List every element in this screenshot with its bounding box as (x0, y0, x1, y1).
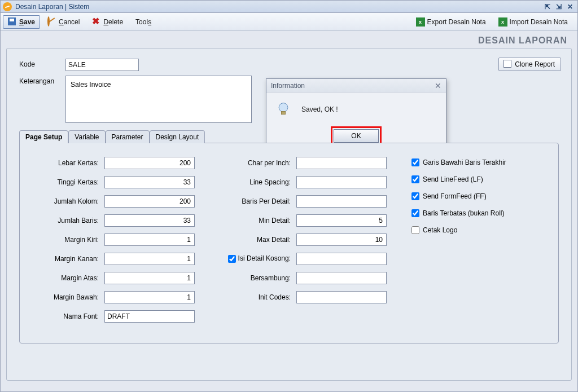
app-icon (3, 2, 12, 11)
dialog-close-icon[interactable]: ✕ (435, 81, 441, 90)
jumlah-baris-input[interactable] (104, 214, 195, 227)
window-maximize-icon[interactable]: ⇲ (554, 2, 564, 11)
clone-icon (505, 61, 511, 68)
jumlah-baris-label: Jumlah Baris: (31, 217, 99, 224)
import-button[interactable]: x Import Desain Nota (493, 15, 573, 29)
lightbulb-icon (275, 102, 291, 117)
window-close-icon[interactable]: ✕ (565, 2, 575, 11)
keterangan-input[interactable]: Sales Invoice (65, 76, 252, 123)
export-label: Export Desain Nota (427, 18, 486, 26)
window-restore-icon[interactable]: ⇱ (542, 2, 553, 11)
page-heading: DESAIN LAPORAN (1, 31, 577, 48)
send-lf-checkbox[interactable] (411, 175, 419, 183)
tab-parameter[interactable]: Parameter (106, 130, 150, 143)
app-window: Desain Laporan | Sistem ⇱ ⇲ ✕ Save Cance… (0, 0, 578, 392)
char-per-inch-input[interactable] (296, 157, 387, 169)
kode-input[interactable] (65, 59, 139, 71)
undo-icon (47, 16, 50, 27)
isi-detail-kosong-input[interactable] (296, 253, 387, 265)
min-detail-input[interactable] (296, 214, 387, 227)
margin-atas-label: Margin Atas: (31, 274, 99, 282)
save-button[interactable]: Save (3, 15, 40, 29)
cancel-button[interactable]: Cancel (42, 15, 85, 29)
init-codes-input[interactable] (296, 291, 387, 303)
max-detail-input[interactable] (296, 234, 387, 246)
nama-font-input[interactable] (104, 310, 195, 323)
margin-kanan-input[interactable] (104, 253, 195, 265)
lebar-kertas-input[interactable] (104, 157, 195, 169)
keterangan-label: Keterangan (19, 76, 65, 85)
baris-per-detail-input[interactable] (296, 195, 387, 208)
export-button[interactable]: x Export Desain Nota (411, 15, 491, 29)
tab-page-setup[interactable]: Page Setup (19, 130, 68, 143)
tab-body-page-setup: Lebar Kertas: Tinggi Kertas: Jumlah Kolo… (19, 143, 559, 343)
import-label: Import Desain Nota (510, 18, 568, 26)
margin-kiri-label: Margin Kiri: (31, 236, 99, 244)
bersambung-input[interactable] (296, 272, 387, 284)
dialog-titlebar: Information ✕ (266, 79, 446, 93)
tinggi-kertas-label: Tinggi Kertas: (31, 178, 99, 186)
delete-icon: ✖ (92, 17, 101, 27)
tabs: Page Setup Variable Parameter Design Lay… (19, 130, 559, 343)
kode-label: Kode (19, 59, 65, 68)
line-spacing-input[interactable] (296, 176, 387, 188)
isi-detail-kosong-label: Isi Detail Kosong: (217, 253, 291, 265)
send-lf-label: Send LineFeed (LF) (423, 175, 483, 183)
garis-bawahi-label: Garis Bawahi Baris Terakhir (423, 158, 506, 166)
margin-bawah-input[interactable] (104, 291, 195, 303)
lebar-kertas-label: Lebar Kertas: (31, 159, 99, 167)
send-ff-checkbox[interactable] (411, 192, 419, 200)
tab-design-layout[interactable]: Design Layout (150, 130, 205, 143)
isi-detail-kosong-checkbox[interactable] (228, 255, 236, 263)
jumlah-kolom-label: Jumlah Kolom: (31, 197, 99, 205)
baris-terbatas-label: Baris Terbatas (bukan Roll) (423, 209, 505, 217)
nama-font-label: Nama Font: (31, 312, 99, 320)
window-title: Desain Laporan | Sistem (15, 3, 89, 11)
jumlah-kolom-input[interactable] (104, 195, 195, 208)
svg-point-0 (279, 103, 288, 112)
baris-per-detail-label: Baris Per Detail: (217, 197, 291, 205)
cetak-logo-checkbox[interactable] (411, 226, 419, 234)
max-detail-label: Max Detail: (217, 236, 291, 244)
baris-terbatas-checkbox[interactable] (411, 209, 419, 217)
tinggi-kertas-input[interactable] (104, 176, 195, 188)
margin-bawah-label: Margin Bawah: (31, 293, 99, 301)
margin-kanan-label: Margin Kanan: (31, 255, 99, 263)
char-per-inch-label: Char per Inch: (217, 159, 291, 167)
excel-export-icon: x (416, 17, 425, 27)
clone-report-button[interactable]: Clone Report (498, 58, 561, 71)
line-spacing-label: Line Spacing: (217, 178, 291, 186)
margin-atas-input[interactable] (104, 272, 195, 284)
titlebar: Desain Laporan | Sistem ⇱ ⇲ ✕ (1, 1, 577, 13)
min-detail-label: Min Detail: (217, 217, 291, 224)
delete-button[interactable]: ✖ Delete (87, 15, 128, 29)
svg-rect-1 (282, 112, 286, 114)
save-icon (8, 17, 16, 25)
clone-label: Clone Report (515, 60, 555, 68)
margin-kiri-input[interactable] (104, 234, 195, 246)
cetak-logo-label: Cetak Logo (423, 226, 457, 234)
toolbar: Save Cancel ✖ Delete Tools x Export Desa… (1, 13, 577, 31)
tab-variable[interactable]: Variable (68, 130, 105, 143)
garis-bawahi-checkbox[interactable] (411, 158, 419, 166)
bersambung-label: Bersambung: (217, 274, 291, 282)
dialog-message: Saved, OK ! (301, 105, 338, 113)
send-ff-label: Send FormFeed (FF) (423, 192, 487, 200)
tools-button[interactable]: Tools (130, 16, 156, 28)
init-codes-label: Init Codes: (217, 293, 291, 301)
dialog-title: Information (271, 82, 305, 90)
excel-import-icon: x (498, 17, 507, 27)
